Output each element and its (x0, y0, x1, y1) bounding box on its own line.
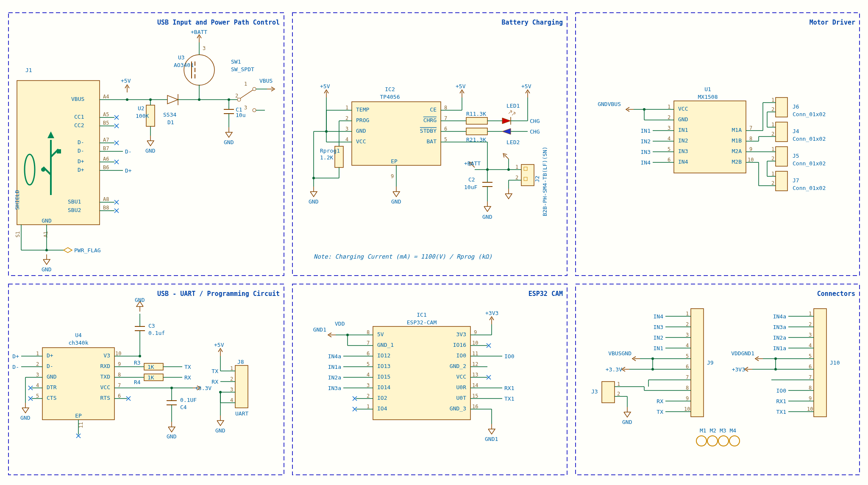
svg-text:8: 8 (686, 385, 689, 391)
svg-text:M1A: M1A (732, 127, 742, 133)
svg-text:1: 1 (36, 351, 39, 357)
svg-text:VCC: VCC (456, 374, 466, 380)
svg-text:Conn_01x02: Conn_01x02 (793, 136, 826, 142)
svg-text:IN3: IN3 (678, 148, 688, 154)
svg-text:TX: TX (211, 368, 218, 374)
svg-text:CC2: CC2 (74, 122, 84, 128)
svg-text:10: 10 (748, 157, 754, 163)
svg-text:2: 2 (230, 376, 233, 382)
svg-text:5V: 5V (377, 331, 384, 337)
svg-rect-146 (466, 128, 487, 135)
svg-text:S1: S1 (15, 231, 21, 237)
svg-text:6: 6 (367, 351, 370, 357)
svg-text:M2B: M2B (732, 159, 742, 165)
svg-text:9: 9 (749, 146, 752, 152)
svg-point-389 (346, 334, 349, 336)
svg-text:GND: GND (20, 415, 31, 421)
svg-text:14: 14 (472, 382, 478, 388)
svg-text:1: 1 (771, 97, 774, 103)
svg-text:100K: 100K (136, 113, 149, 119)
svg-point-47 (45, 249, 48, 251)
svg-text:8: 8 (749, 136, 752, 142)
svg-text:9: 9 (686, 396, 689, 401)
svg-text:R4: R4 (134, 379, 141, 385)
svg-text:GND: GND (215, 427, 225, 434)
svg-text:4: 4 (686, 343, 689, 348)
svg-text:2: 2 (771, 131, 774, 137)
svg-text:+BATT: +BATT (464, 160, 481, 167)
svg-text:5: 5 (444, 137, 447, 142)
svg-text:GND: GND (356, 128, 366, 134)
svg-text:10u: 10u (236, 112, 245, 118)
svg-text:6: 6 (809, 364, 812, 370)
svg-text:GND: GND (47, 374, 57, 380)
svg-text:3: 3 (809, 332, 812, 338)
title-battery: Battery Charging (502, 19, 563, 26)
svg-text:D+: D+ (125, 167, 132, 174)
svg-text:15: 15 (472, 393, 478, 399)
svg-point-217 (643, 108, 645, 111)
svg-rect-143 (466, 117, 487, 124)
svg-text:Conn_01x02: Conn_01x02 (793, 111, 826, 117)
svg-marker-60 (167, 95, 178, 104)
svg-marker-149 (502, 118, 511, 124)
svg-text:VDD: VDD (335, 321, 345, 327)
svg-text:PWR_FLAG: PWR_FLAG (74, 247, 101, 254)
svg-text:2: 2 (617, 391, 620, 397)
svg-text:3: 3 (36, 372, 39, 378)
svg-text:B7: B7 (103, 145, 109, 151)
svg-text:SS34: SS34 (163, 111, 176, 118)
svg-text:EP: EP (75, 413, 82, 419)
svg-rect-181 (521, 164, 534, 186)
svg-text:IN2a: IN2a (328, 374, 341, 381)
svg-text:GND_2: GND_2 (450, 363, 466, 369)
svg-point-88 (228, 98, 230, 101)
svg-text:D-: D- (78, 139, 84, 145)
svg-text:10: 10 (807, 406, 813, 412)
svg-text:STDBY: STDBY (420, 128, 437, 134)
schematic-usb-power: J1 VBUS CC1 CC2 D- D- D+ D+ SBU1 SBU2 SH… (14, 29, 275, 273)
svg-text:GND: GND (42, 217, 52, 224)
svg-text:GND1: GND1 (313, 326, 326, 333)
svg-text:IO0: IO0 (456, 352, 466, 359)
svg-text:IO2: IO2 (377, 395, 387, 401)
title-conn: Connectors (817, 290, 855, 298)
svg-point-8 (41, 167, 45, 172)
svg-text:GND: GND (167, 433, 177, 440)
svg-text:IN3: IN3 (654, 324, 663, 330)
svg-text:5: 5 (367, 361, 370, 367)
schematic-battery: IC2 TP4056 1TEMP 2PROG 3GND 4VCC 8CE 7CH… (309, 83, 548, 260)
svg-text:IO0: IO0 (776, 387, 786, 394)
svg-text:3: 3 (230, 387, 233, 393)
svg-text:IC2: IC2 (385, 86, 395, 92)
svg-text:BAT: BAT (427, 138, 437, 145)
svg-text:J2: J2 (534, 176, 540, 182)
svg-text:GND: GND (678, 116, 688, 123)
svg-text:RX: RX (184, 374, 191, 381)
svg-text:1: 1 (617, 381, 620, 387)
schematic-esp32: IC1 ESP32-CAM 85V 7GND_1 6IO12 5IO13 4IO… (313, 310, 515, 442)
svg-text:2: 2 (235, 93, 238, 99)
svg-text:MX1508: MX1508 (698, 94, 718, 100)
svg-text:IN2: IN2 (654, 334, 663, 341)
schematic-conn: 12345 678910 IN4 IN3 IN2 IN1 VBUSGND +3.… (591, 309, 840, 446)
svg-text:9: 9 (809, 396, 812, 401)
svg-text:VBUS: VBUS (71, 96, 84, 102)
svg-text:12: 12 (472, 361, 478, 367)
svg-text:GND: GND (145, 148, 156, 154)
svg-text:10uF: 10uF (464, 184, 477, 190)
svg-text:+5V: +5V (521, 83, 531, 89)
svg-text:3: 3 (668, 125, 670, 131)
svg-text:RX1: RX1 (776, 398, 786, 404)
svg-text:SBU2: SBU2 (68, 207, 81, 213)
svg-text:IN3a: IN3a (773, 324, 786, 330)
title-uart: USB - UART / Programming Circuit (157, 290, 280, 298)
svg-point-442 (651, 368, 654, 371)
svg-text:16: 16 (472, 404, 478, 410)
svg-text:3: 3 (367, 382, 370, 388)
svg-text:TX: TX (657, 409, 663, 415)
svg-rect-228 (776, 122, 787, 142)
svg-text:TEMP: TEMP (356, 106, 369, 113)
svg-text:+3.3V: +3.3V (606, 366, 622, 373)
svg-text:4: 4 (230, 397, 233, 403)
